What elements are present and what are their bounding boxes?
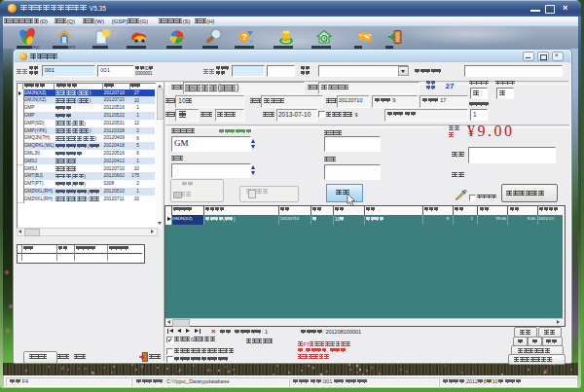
svg-text:?: ? [242, 32, 248, 42]
